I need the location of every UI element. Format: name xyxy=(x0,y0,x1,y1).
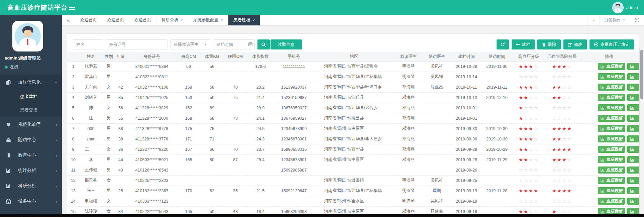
bp-data-button[interactable]: 血压数据 xyxy=(598,135,625,142)
cell-actions: 血压数据 xyxy=(579,103,639,113)
tab[interactable]: 系统参数配置× xyxy=(188,15,228,25)
cell-weight: 71 xyxy=(200,134,224,144)
cell-idcard: 410126******8543 xyxy=(127,165,177,175)
bp-data-button[interactable]: 血压数据 xyxy=(598,177,625,184)
table-row[interactable]: 5陈女56411328******38291526929.91367695902… xyxy=(67,103,639,113)
close-icon[interactable]: × xyxy=(252,18,255,23)
table-row[interactable]: 12邵景香女410225******2323河南省/周口市/逍遥镇明汉琴吴凤祥2… xyxy=(67,175,639,186)
bp-chart-button[interactable] xyxy=(627,73,639,80)
create-record-button[interactable]: 建档 xyxy=(512,39,535,49)
star-filled-icon: ★ xyxy=(562,147,567,152)
table-row[interactable]: 11王伟健男43410126******8543150929858872019-… xyxy=(67,165,639,175)
sidebar-item[interactable]: 教育中心› xyxy=(0,147,62,163)
bp-data-button[interactable]: 血压数据 xyxy=(598,156,625,163)
table-row[interactable]: 7000男38411328******87781757524.512345678… xyxy=(67,123,639,134)
bp-data-button[interactable]: 血压数据 xyxy=(598,167,625,174)
id-card-input[interactable] xyxy=(106,39,168,49)
close-icon[interactable]: × xyxy=(221,18,223,23)
sidebar-subitem[interactable]: 患者交接 xyxy=(0,103,62,117)
sidebar-item[interactable]: 血压信息化› xyxy=(0,75,62,90)
bp-chart-button[interactable] xyxy=(627,63,639,70)
bp-data-button[interactable]: 血压数据 xyxy=(598,63,625,70)
tab[interactable]: 科研分析× xyxy=(156,15,188,25)
name-input[interactable] xyxy=(73,39,103,49)
cell-idcard: 411328******3829 xyxy=(127,103,177,113)
table-row[interactable]: 2雷其山男410322******0811河南省/周口市/西华县/红花集镇明汉琴… xyxy=(67,72,639,82)
profile-avatar[interactable] xyxy=(12,21,43,51)
tabs-scroll-left-icon[interactable]: « xyxy=(62,15,75,25)
star-empty-icon: ☆ xyxy=(519,74,524,80)
bp-chart-button[interactable] xyxy=(627,104,639,111)
bp-data-button[interactable]: 血压数据 xyxy=(598,84,625,91)
bind-bp-monitor-button[interactable]: 家庭血压计绑定 xyxy=(589,39,634,49)
bp-chart-button[interactable] xyxy=(627,94,639,101)
tab[interactable]: 患者建档× xyxy=(228,15,260,25)
tab[interactable]: 欢迎首页 xyxy=(102,15,129,25)
table-row[interactable]: 9王一一女36412327******9220167667023.7158906… xyxy=(67,144,639,154)
bp-data-button[interactable]: 血压数据 xyxy=(598,146,625,153)
table-row[interactable]: 8zhan男38411328******37761717124.31234567… xyxy=(67,134,639,144)
sidebar-item[interactable]: 科研分析› xyxy=(0,178,62,194)
menu-toggle-icon[interactable] xyxy=(69,5,75,11)
bp-data-button[interactable]: 血压数据 xyxy=(598,187,625,194)
table-row[interactable]: 6汪男55411328******2000168687824.113676959… xyxy=(67,113,639,123)
bp-data-button[interactable]: 血压数据 xyxy=(598,94,625,101)
bp-data-button[interactable]: 血压数据 xyxy=(598,73,625,80)
table-row[interactable]: 13张三男25410182******2367170623521.5150921… xyxy=(67,186,639,196)
bp-data-button[interactable]: 血压数据 xyxy=(598,115,625,122)
tab[interactable]: 欢迎首页 xyxy=(129,15,156,25)
bp-chart-button[interactable] xyxy=(627,115,639,122)
fullscreen-icon[interactable] xyxy=(630,15,644,25)
bp-data-button[interactable]: 血压数据 xyxy=(598,125,625,132)
sidebar-item[interactable]: 规范化诊疗› xyxy=(0,117,62,132)
table-row[interactable]: 1张楚若男340621******63645656178.61111111111… xyxy=(67,61,639,72)
star-filled-icon: ★ xyxy=(552,95,557,100)
scrollbar-thumb[interactable] xyxy=(640,50,643,99)
cell-sex: 男 xyxy=(103,134,115,144)
bp-chart-button[interactable] xyxy=(627,198,639,205)
read-info-button[interactable]: 读取信息 xyxy=(271,39,302,49)
sidebar-item[interactable]: 随访中心› xyxy=(0,132,62,147)
bp-chart-button[interactable] xyxy=(627,187,639,194)
table-row[interactable]: 14申福继女410333******7123河南省/郑州市/金水区明汉琴吴凤祥2… xyxy=(67,196,639,206)
cardiovascular-risk-rating: ★★★☆ xyxy=(545,154,579,165)
user-avatar[interactable] xyxy=(612,2,624,13)
cell-name: 雷其山 xyxy=(79,72,103,82)
table-row[interactable]: 10李男44410503******5021165808729.41234567… xyxy=(67,154,639,165)
delete-button[interactable]: 删除 xyxy=(537,39,561,49)
tab[interactable]: 欢迎首页 xyxy=(75,15,102,25)
bp-chart-button[interactable] xyxy=(627,125,639,132)
bp-chart-button[interactable] xyxy=(627,146,639,153)
star-empty-icon: ☆ xyxy=(534,147,539,152)
sidebar-subitem[interactable]: 患者建档 xyxy=(0,90,62,103)
star-filled-icon: ★ xyxy=(557,157,562,162)
tabs-scroll-right-icon[interactable]: » xyxy=(587,15,599,25)
star-filled-icon: ★ xyxy=(557,126,562,131)
calendar-icon[interactable] xyxy=(248,42,253,48)
bp-data-button[interactable]: 血压数据 xyxy=(598,198,625,205)
table-row[interactable]: 3关军雨女42410327******0108158587023.2151399… xyxy=(67,82,639,92)
tab-actions-dropdown[interactable]: 页签操作 ▼ xyxy=(599,15,630,25)
search-button[interactable] xyxy=(257,39,270,49)
cell-doctor: 明汉琴 xyxy=(394,72,423,82)
edit-button[interactable]: 修改 xyxy=(563,39,587,49)
bp-data-button[interactable]: 血压数据 xyxy=(598,104,625,111)
cell-waist xyxy=(224,134,247,144)
refresh-button[interactable] xyxy=(497,39,509,49)
sidebar-item[interactable]: 统计分析› xyxy=(0,163,62,178)
username-label[interactable]: admin xyxy=(626,5,638,10)
sidebar-item[interactable]: 设备中心› xyxy=(0,194,62,209)
table-row[interactable]: 4刘晓芳男35410425******1025153507521.4152361… xyxy=(67,92,639,103)
bp-chart-button[interactable] xyxy=(627,84,639,91)
vertical-scrollbar[interactable] xyxy=(639,47,644,217)
bp-chart-button[interactable] xyxy=(627,135,639,142)
cell-sex: 男 xyxy=(103,186,115,196)
bp-chart-button[interactable] xyxy=(627,167,639,174)
star-filled-icon: ★ xyxy=(552,126,557,131)
star-empty-icon: ☆ xyxy=(557,116,562,121)
doctor-select[interactable]: 选择就诊医生 ▼ xyxy=(170,39,210,49)
close-icon[interactable]: × xyxy=(181,18,183,23)
bp-chart-button[interactable] xyxy=(627,177,639,184)
star-empty-icon: ☆ xyxy=(562,95,567,100)
bp-chart-button[interactable] xyxy=(627,156,639,163)
